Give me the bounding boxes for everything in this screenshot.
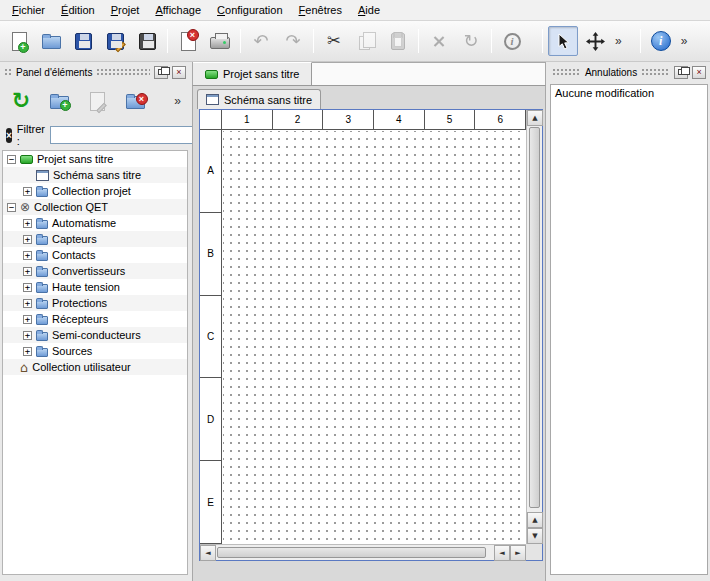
expand-icon[interactable]: +	[23, 267, 32, 276]
dock-handle[interactable]	[552, 68, 581, 76]
menu-affichage[interactable]: Affichage	[147, 1, 209, 19]
toolbar-separator	[313, 29, 314, 53]
tree-item-convertisseurs[interactable]: + Convertisseurs	[3, 263, 187, 279]
dock-handle[interactable]	[96, 68, 150, 76]
rotate-button[interactable]: ↻	[456, 26, 486, 56]
toolbar-overflow-chevron-2[interactable]: »	[678, 34, 691, 48]
edit-category-button[interactable]	[82, 86, 112, 116]
filter-input[interactable]	[50, 126, 200, 144]
reload-collections-button[interactable]: ↻	[6, 86, 36, 116]
arrow-right-icon: ►	[515, 549, 520, 557]
delete-button[interactable]: ×	[424, 26, 454, 56]
menu-edition[interactable]: Édition	[53, 1, 103, 19]
tab-schema-sans-titre[interactable]: Schéma sans titre	[197, 89, 321, 109]
vscroll-down-button[interactable]: ▼	[527, 528, 543, 544]
diagram-properties-button[interactable]: i	[497, 26, 527, 56]
hscroll-left-button-2[interactable]: ◄	[494, 545, 510, 561]
printer-icon	[210, 37, 230, 49]
diagram-canvas[interactable]	[223, 131, 526, 544]
vscroll-up-button-2[interactable]: ▲	[527, 512, 543, 528]
menu-aide[interactable]: Aide	[350, 1, 388, 19]
rotate-icon: ↻	[463, 32, 478, 50]
info-gray-icon: i	[504, 33, 521, 50]
menu-bar: Fichier Édition Projet Affichage Configu…	[0, 0, 710, 21]
undo-button[interactable]: ↶	[246, 26, 276, 56]
expand-icon[interactable]: +	[23, 235, 32, 244]
panel-overflow-chevron[interactable]: »	[171, 94, 184, 108]
expand-icon[interactable]: +	[23, 187, 32, 196]
tree-item-recepteurs[interactable]: + Récepteurs	[3, 311, 187, 327]
hscroll-left-button[interactable]: ◄	[200, 545, 216, 561]
ruler-row-label: E	[200, 461, 221, 544]
cut-button[interactable]: ✂	[319, 26, 349, 56]
tab-projet-sans-titre[interactable]: Projet sans titre	[193, 62, 312, 85]
vertical-scrollbar[interactable]: ▲ ▲ ▼	[526, 110, 542, 544]
horizontal-scrollbar[interactable]: ◄ ◄ ►	[200, 544, 526, 560]
toolbar-separator	[542, 29, 543, 53]
red-cross-badge-icon: ×	[187, 29, 199, 41]
hscroll-right-button[interactable]: ►	[510, 545, 526, 561]
dock-close-button[interactable]: ×	[172, 66, 186, 79]
new-project-button[interactable]: +	[4, 26, 34, 56]
clear-filter-button[interactable]: ×	[6, 128, 12, 143]
about-button[interactable]: i	[646, 26, 676, 56]
undo-empty-state: Aucune modification	[551, 85, 707, 101]
diagram-view[interactable]: 1 2 3 4 5 6 A B C D E ▲ ▲ ▼ ◄	[199, 109, 543, 561]
expand-icon[interactable]: +	[23, 331, 32, 340]
dock-float-button[interactable]	[674, 66, 688, 79]
menu-fenetres[interactable]: Fenêtres	[291, 1, 350, 19]
close-file-button[interactable]: ×	[173, 26, 203, 56]
menu-fichier[interactable]: Fichier	[4, 1, 53, 19]
tree-item-haute-tension[interactable]: + Haute tension	[3, 279, 187, 295]
ruler-row-label: C	[200, 296, 221, 379]
tree-item-protections[interactable]: + Protections	[3, 295, 187, 311]
collapse-icon[interactable]: −	[7, 155, 16, 164]
dock-float-button[interactable]	[154, 66, 168, 79]
tree-item-label: Collection projet	[52, 185, 131, 197]
save-all-button[interactable]	[132, 26, 162, 56]
tree-item-collection-projet[interactable]: + Collection projet	[3, 183, 187, 199]
tree-item-contacts[interactable]: + Contacts	[3, 247, 187, 263]
open-button[interactable]	[36, 26, 66, 56]
save-button[interactable]	[68, 26, 98, 56]
vscroll-thumb[interactable]	[529, 127, 540, 508]
menu-projet[interactable]: Projet	[103, 1, 148, 19]
expand-icon[interactable]: +	[23, 251, 32, 260]
expand-icon[interactable]: +	[23, 219, 32, 228]
folder-icon	[36, 220, 48, 229]
dock-close-button[interactable]: ×	[692, 66, 706, 79]
scissors-icon: ✂	[327, 33, 340, 49]
expand-icon[interactable]: +	[23, 283, 32, 292]
move-tool-button[interactable]	[580, 26, 610, 56]
dock-handle[interactable]	[4, 68, 12, 76]
redo-button[interactable]: ↷	[278, 26, 308, 56]
paste-button[interactable]	[383, 26, 413, 56]
toolbar-overflow-chevron[interactable]: »	[612, 34, 625, 48]
select-tool-button[interactable]	[548, 26, 578, 56]
print-button[interactable]	[205, 26, 235, 56]
folder-icon	[36, 252, 48, 261]
tree-item-collection-utilisateur[interactable]: ⌂ Collection utilisateur	[3, 359, 187, 375]
delete-category-button[interactable]: ×	[120, 86, 150, 116]
new-category-button[interactable]: +	[44, 86, 74, 116]
tree-item-automatisme[interactable]: + Automatisme	[3, 215, 187, 231]
hscroll-thumb[interactable]	[217, 547, 486, 558]
toolbar-separator	[640, 29, 641, 53]
tree-item-schema[interactable]: Schéma sans titre	[3, 167, 187, 183]
menu-configuration[interactable]: Configuration	[209, 1, 290, 19]
tree-item-collection-qet[interactable]: − ⊗ Collection QET	[3, 199, 187, 215]
dock-handle[interactable]	[641, 68, 670, 76]
save-as-button[interactable]	[100, 26, 130, 56]
tree-item-project[interactable]: − Projet sans titre	[3, 151, 187, 167]
collapse-icon[interactable]: −	[7, 203, 16, 212]
tree-item-semi-conducteurs[interactable]: + Semi-conducteurs	[3, 327, 187, 343]
arrow-left-icon: ◄	[205, 549, 210, 557]
undo-history-list[interactable]: Aucune modification	[550, 84, 708, 575]
tree-item-capteurs[interactable]: + Capteurs	[3, 231, 187, 247]
expand-icon[interactable]: +	[23, 347, 32, 356]
copy-button[interactable]	[351, 26, 381, 56]
expand-icon[interactable]: +	[23, 299, 32, 308]
expand-icon[interactable]: +	[23, 315, 32, 324]
tree-item-sources[interactable]: + Sources	[3, 343, 187, 359]
vscroll-up-button[interactable]: ▲	[527, 110, 543, 126]
